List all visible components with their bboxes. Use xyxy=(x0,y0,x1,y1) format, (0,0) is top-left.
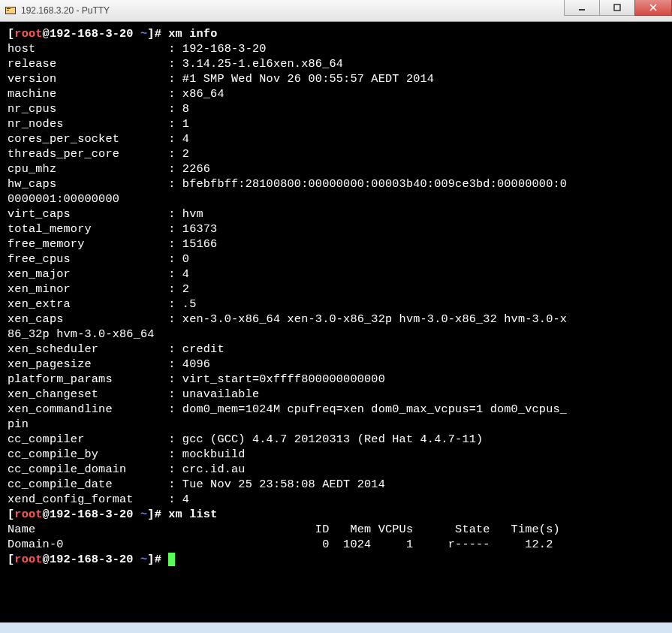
window-title: 192.168.3.20 - PuTTY xyxy=(21,5,110,16)
close-button[interactable] xyxy=(634,0,672,16)
terminal-area[interactable]: [root@192-168-3-20 ~]# xm info host : 19… xyxy=(0,22,672,622)
putty-window: 192.168.3.20 - PuTTY [root@192-168-3-20 … xyxy=(0,0,672,622)
svg-rect-2 xyxy=(7,8,11,9)
putty-icon xyxy=(5,5,17,17)
titlebar[interactable]: 192.168.3.20 - PuTTY xyxy=(0,0,672,22)
svg-rect-3 xyxy=(7,10,9,11)
svg-rect-4 xyxy=(579,9,585,11)
minimize-button[interactable] xyxy=(564,0,600,16)
svg-rect-5 xyxy=(614,5,620,11)
window-controls xyxy=(565,0,672,21)
maximize-button[interactable] xyxy=(599,0,635,16)
